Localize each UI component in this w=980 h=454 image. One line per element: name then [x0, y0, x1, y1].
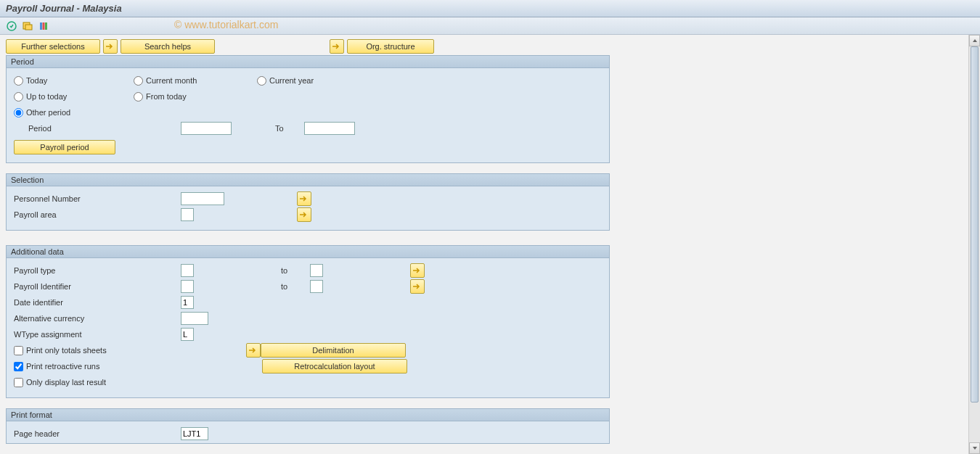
title-bar: Payroll Journal - Malaysia — [0, 0, 980, 17]
svg-rect-5 — [45, 22, 47, 30]
search-helps-button[interactable]: Search helps — [121, 39, 215, 54]
only-last-result-checkbox[interactable]: Only display last result — [14, 378, 106, 387]
top-button-row: Further selections Search helps Org. str… — [6, 39, 974, 54]
payroll-type-to-label: to — [281, 266, 310, 275]
payroll-identifier-multi-button[interactable] — [410, 279, 425, 294]
org-structure-button[interactable]: Org. structure — [347, 39, 434, 54]
scroll-up-button[interactable] — [969, 35, 980, 46]
personnel-number-label: Personnel Number — [14, 194, 181, 203]
svg-rect-2 — [25, 25, 32, 30]
print-format-group: Print format Page header — [6, 408, 610, 444]
wtype-input[interactable] — [181, 328, 194, 341]
print-retro-checkbox[interactable]: Print retroactive runs — [14, 362, 246, 371]
content-area: Further selections Search helps Org. str… — [0, 35, 980, 454]
period-group-title: Period — [7, 56, 609, 68]
payroll-identifier-label: Payroll Identifier — [14, 282, 181, 291]
date-identifier-label: Date identifier — [14, 298, 181, 307]
content-wrap: Further selections Search helps Org. str… — [0, 35, 980, 454]
spacer — [218, 39, 327, 54]
selection-group: Selection Personnel Number Payroll area — [6, 173, 610, 231]
scroll-down-button[interactable] — [969, 442, 980, 454]
payroll-type-multi-button[interactable] — [410, 263, 425, 278]
variant-icon[interactable] — [22, 20, 33, 32]
svg-rect-3 — [40, 22, 42, 30]
watermark: © www.tutorialkart.com — [174, 19, 278, 30]
payroll-area-multi-button[interactable] — [297, 207, 311, 222]
page-header-label: Page header — [14, 429, 181, 438]
period-from-input[interactable] — [181, 122, 232, 135]
personnel-number-input[interactable] — [181, 192, 224, 205]
additional-data-group: Additional data Payroll type to Payroll … — [6, 245, 610, 398]
payroll-identifier-from-input[interactable] — [181, 280, 194, 293]
payroll-type-label: Payroll type — [14, 266, 181, 275]
alt-currency-label: Alternative currency — [14, 314, 181, 323]
period-label: Period — [28, 124, 181, 133]
payroll-type-from-input[interactable] — [181, 264, 194, 277]
print-format-group-title: Print format — [7, 409, 609, 421]
print-totals-checkbox[interactable]: Print only totals sheets — [14, 346, 246, 355]
delimitation-arrow-button[interactable] — [246, 343, 261, 358]
other-period-radio[interactable]: Other period — [14, 108, 134, 117]
today-radio[interactable]: Today — [14, 76, 134, 86]
alt-currency-input[interactable] — [181, 312, 208, 325]
app-toolbar: © www.tutorialkart.com — [0, 17, 980, 35]
page-header-input[interactable] — [181, 427, 208, 440]
period-to-label: To — [275, 124, 304, 133]
period-to-input[interactable] — [304, 122, 355, 135]
selection-group-title: Selection — [7, 174, 609, 186]
execute-icon[interactable] — [6, 20, 17, 32]
current-month-radio[interactable]: Current month — [134, 76, 257, 86]
date-identifier-input[interactable] — [181, 296, 194, 309]
multi-color-icon[interactable] — [38, 20, 49, 32]
svg-rect-4 — [43, 22, 45, 30]
payroll-area-label: Payroll area — [14, 210, 181, 219]
delimitation-button[interactable]: Delimitation — [261, 343, 406, 358]
period-group: Period Today Current month Current year … — [6, 55, 610, 163]
org-structure-arrow-button[interactable] — [330, 39, 344, 54]
search-help-arrow-button[interactable] — [103, 39, 118, 54]
scroll-thumb[interactable] — [971, 46, 979, 403]
from-today-radio[interactable]: From today — [134, 92, 257, 102]
scroll-track[interactable] — [969, 46, 980, 442]
personnel-number-multi-button[interactable] — [297, 191, 311, 206]
up-to-today-radio[interactable]: Up to today — [14, 92, 134, 102]
page-title: Payroll Journal - Malaysia — [6, 3, 122, 14]
additional-data-group-title: Additional data — [7, 246, 609, 258]
retro-layout-button[interactable]: Retrocalculation layout — [262, 359, 407, 373]
payroll-identifier-to-label: to — [281, 282, 310, 291]
wtype-label: WType assignment — [14, 330, 181, 339]
vertical-scrollbar[interactable] — [968, 35, 980, 454]
payroll-period-button[interactable]: Payroll period — [14, 140, 115, 154]
payroll-type-to-input[interactable] — [310, 264, 323, 277]
current-year-radio[interactable]: Current year — [257, 76, 314, 86]
payroll-area-input[interactable] — [181, 208, 194, 221]
further-selections-button[interactable]: Further selections — [6, 39, 100, 54]
payroll-identifier-to-input[interactable] — [310, 280, 323, 293]
